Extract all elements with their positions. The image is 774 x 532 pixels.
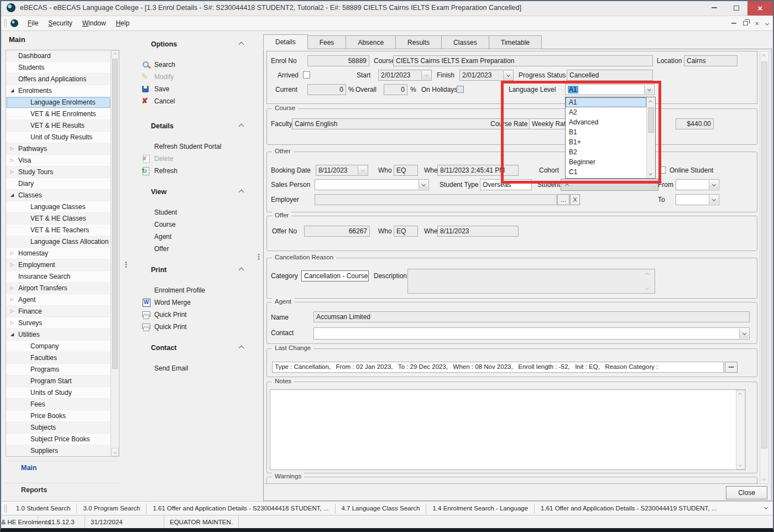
action-item[interactable]: Student (130, 206, 259, 218)
tree-item[interactable]: Subject Price Books (6, 434, 111, 445)
tree-item[interactable]: Suppliers (6, 445, 111, 457)
mdi-menu-chevron-icon[interactable] (765, 21, 769, 25)
close-window-button[interactable]: × (747, 0, 773, 15)
tree-item[interactable]: Price Books (6, 410, 111, 422)
collapse-chevron-icon[interactable] (239, 123, 244, 129)
from-combo[interactable] (676, 179, 719, 190)
contact-section-header[interactable]: Contact (130, 342, 259, 353)
tree-item[interactable]: Company (6, 341, 111, 352)
tree-item[interactable]: Agent (6, 294, 111, 306)
language-level-option[interactable]: Beginner (566, 157, 646, 167)
language-level-option[interactable]: B2 (566, 147, 646, 157)
last-change-more-button[interactable]: ••• (725, 362, 738, 373)
taskbar-tab[interactable]: 3.0 Program Search (76, 504, 146, 513)
student-location-collapse-icon[interactable] (565, 184, 569, 187)
taskbar-tab[interactable]: 4.7 Language Class Search (335, 504, 426, 513)
description-field[interactable] (407, 269, 655, 294)
tree-item[interactable]: Pathways (6, 143, 111, 155)
action-item[interactable]: Save (130, 83, 259, 95)
sales-person-combo[interactable] (315, 179, 429, 190)
sidebar-splitter-handle[interactable]: ••• (125, 261, 127, 268)
action-item[interactable]: Enrolment Profile (130, 284, 259, 296)
collapse-chevron-icon[interactable] (239, 267, 244, 273)
from-dropdown-icon[interactable] (709, 180, 718, 189)
print-section-header[interactable]: Print (130, 264, 259, 275)
action-item[interactable]: Send Email (130, 362, 259, 374)
minimize-button[interactable] (703, 0, 725, 15)
category-field[interactable]: Cancellation - Course Ca (301, 270, 369, 281)
action-item[interactable]: Quick Print (130, 309, 259, 321)
language-level-option[interactable]: B1+ (566, 137, 646, 147)
action-item[interactable]: Modify (130, 71, 259, 83)
action-item[interactable]: Word Merge (130, 296, 259, 309)
language-level-option[interactable]: B1 (566, 127, 646, 137)
options-section-header[interactable]: Options (130, 39, 259, 50)
booking-dropdown-icon[interactable] (358, 166, 367, 175)
dropdown-scroll-up-icon[interactable] (649, 100, 652, 104)
tree-item[interactable]: VET & HE Classes (6, 213, 111, 225)
tree-item[interactable]: Insurance Search (6, 271, 111, 283)
taskbar-overflow-chevron-icon[interactable] (764, 505, 768, 509)
action-item[interactable]: Delete (130, 153, 259, 165)
collapse-chevron-icon[interactable] (239, 41, 244, 47)
action-item[interactable]: Agent (130, 231, 259, 243)
dropdown-scroll-thumb[interactable] (648, 107, 654, 133)
notes-scrollbar[interactable] (736, 390, 745, 470)
tree-item[interactable]: Language Classes (6, 201, 111, 213)
finish-date-picker[interactable]: 2/01/2023 (459, 70, 514, 81)
maximize-button[interactable] (725, 0, 747, 15)
on-holidays-checkbox[interactable] (457, 86, 464, 93)
menu-item[interactable]: File (23, 18, 43, 29)
mdi-close-icon[interactable]: × (755, 20, 759, 27)
tree-item[interactable]: Units of Study (6, 387, 111, 399)
online-student-checkbox[interactable] (658, 166, 666, 174)
tree-item[interactable]: Language Class Allocation (6, 236, 111, 248)
tree-item[interactable]: VET & HE Results (6, 120, 111, 132)
language-level-option[interactable]: Advanced (566, 117, 646, 127)
content-scroll-up-icon[interactable] (762, 54, 766, 58)
sidebar-group-main[interactable]: Main (6, 461, 119, 474)
contact-dropdown-icon[interactable] (739, 328, 749, 338)
notes-scroll-down-icon[interactable] (738, 463, 742, 467)
action-item[interactable]: Refresh (130, 165, 259, 177)
tree-item[interactable]: VET & HE Enrolments (6, 108, 111, 120)
tree-item[interactable]: Airport Transfers (6, 283, 111, 294)
language-level-option[interactable]: A1 (566, 97, 646, 107)
tree-item[interactable]: Visa (6, 155, 111, 166)
tab[interactable]: Classes (442, 35, 489, 49)
tree-item[interactable]: Program Start (6, 375, 111, 387)
tree-item[interactable]: Students (6, 62, 111, 74)
action-item[interactable]: Search (130, 59, 259, 71)
mdi-restore-icon[interactable] (743, 21, 748, 25)
content-scroll-thumb[interactable] (761, 61, 767, 448)
content-scroll-down-icon[interactable] (762, 477, 766, 481)
tree-item[interactable]: Offers and Applications (6, 74, 111, 85)
close-button[interactable]: Close (726, 486, 767, 499)
action-item[interactable]: Refresh Student Portal (130, 140, 259, 153)
tab[interactable]: Fees (308, 35, 347, 49)
start-date-picker[interactable]: 2/01/2023 (378, 70, 432, 81)
notes-field[interactable] (270, 389, 746, 470)
tab[interactable]: Details (263, 34, 308, 49)
tree-item[interactable]: Subjects (6, 422, 111, 434)
taskbar-tab[interactable]: 1.61 Offer and Application Details - S23… (146, 504, 334, 513)
action-item[interactable]: Course (130, 218, 259, 231)
mdi-minimize-icon[interactable] (731, 23, 736, 24)
action-item[interactable]: Quick Print (130, 321, 259, 333)
menu-item[interactable]: Security (43, 18, 77, 29)
tree-item[interactable]: Language Enrolments (6, 97, 111, 108)
tree-scroll-thumb[interactable] (112, 59, 118, 369)
sidebar-group-reports[interactable]: Reports (6, 483, 119, 497)
finish-dropdown-icon[interactable] (503, 71, 512, 80)
tree-item[interactable]: Classes (6, 190, 111, 201)
arrived-checkbox[interactable] (303, 71, 310, 79)
notes-scroll-up-icon[interactable] (738, 393, 742, 397)
collapse-chevron-icon[interactable] (239, 189, 244, 195)
employer-browse-button[interactable]: … (557, 194, 569, 205)
tree-item[interactable]: Utilities (6, 329, 111, 341)
tab[interactable]: Timetable (489, 35, 542, 49)
tree-item[interactable]: Unit of Study Results (6, 132, 111, 143)
taskbar-tab[interactable]: 1.0 Student Search (10, 504, 76, 513)
sales-dropdown-icon[interactable] (419, 180, 428, 189)
tree-scroll-down-icon[interactable] (111, 448, 119, 456)
